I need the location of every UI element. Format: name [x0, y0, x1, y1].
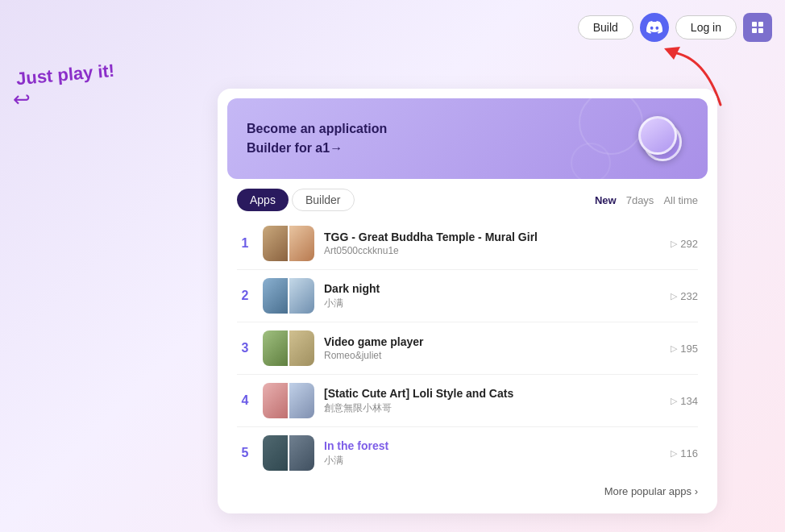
app-plays: ▷ 292: [671, 238, 698, 250]
build-button[interactable]: Build: [578, 15, 633, 39]
svg-rect-3: [758, 28, 763, 33]
play-count: 232: [680, 290, 698, 302]
play-count: 134: [680, 395, 698, 407]
more-popular-label: More popular apps ›: [604, 485, 698, 497]
app-name: Video game player: [324, 335, 661, 348]
list-item[interactable]: 5 In the forest 小满 ▷ 116: [237, 427, 698, 479]
rank-number: 1: [237, 236, 253, 251]
thumb-img-right: [289, 278, 314, 314]
app-author: Art0500cckknu1e: [324, 245, 661, 256]
svg-rect-2: [752, 28, 757, 33]
app-author: Romeo&juliet: [324, 350, 661, 361]
app-plays: ▷ 116: [671, 447, 698, 459]
rank-number: 4: [237, 393, 253, 408]
thumb-img-right: [289, 383, 314, 418]
tabs-left: Apps Builder: [237, 189, 355, 211]
banner-coin-icon: [632, 114, 688, 163]
app-info: In the forest 小满: [324, 439, 661, 468]
tab-builder[interactable]: Builder: [292, 189, 355, 211]
app-info: Dark night 小满: [324, 282, 661, 310]
thumb-img-left: [263, 330, 288, 366]
app-plays: ▷ 134: [671, 395, 698, 407]
banner-line2: Builder for a1→: [247, 139, 387, 158]
more-popular-link[interactable]: More popular apps ›: [218, 479, 717, 501]
banner-line1: Become an application: [247, 119, 387, 139]
thumb-img-left: [263, 435, 288, 471]
svg-rect-1: [758, 22, 763, 27]
thumb-img-right: [289, 330, 314, 366]
sort-alltime[interactable]: All time: [663, 194, 698, 206]
left-annotation-arrow: ↩: [13, 87, 31, 112]
play-icon: ▷: [671, 396, 677, 406]
app-name: [Static Cute Art] Loli Style and Cats: [324, 387, 661, 400]
list-item[interactable]: 2 Dark night 小满 ▷ 232: [237, 270, 698, 322]
banner-deco-circle2: [571, 143, 611, 179]
thumb-img-right: [289, 435, 314, 471]
svg-marker-4: [664, 47, 680, 60]
play-count: 195: [680, 343, 698, 355]
rank-number: 5: [237, 446, 253, 460]
thumb-img-left: [263, 278, 288, 314]
app-plays: ▷ 232: [671, 290, 698, 302]
thumb-img-left: [263, 226, 288, 261]
app-thumbnail: [263, 330, 314, 366]
app-plays: ▷ 195: [671, 343, 698, 355]
list-item[interactable]: 4 [Static Cute Art] Loli Style and Cats …: [237, 375, 698, 427]
app-author: 小满: [324, 297, 661, 310]
list-item[interactable]: 3 Video game player Romeo&juliet ▷ 195: [237, 322, 698, 375]
app-thumbnail: [263, 278, 314, 314]
banner[interactable]: Become an application Builder for a1→: [227, 98, 708, 179]
app-info: TGG - Great Buddha Temple - Mural Girl A…: [324, 231, 661, 256]
tabs-row: Apps Builder New 7days All time: [218, 179, 717, 218]
app-list: 1 TGG - Great Buddha Temple - Mural Girl…: [218, 218, 717, 479]
app-info: [Static Cute Art] Loli Style and Cats 創意…: [324, 387, 661, 415]
rank-number: 2: [237, 289, 253, 303]
app-name: In the forest: [324, 439, 661, 452]
list-item[interactable]: 1 TGG - Great Buddha Temple - Mural Girl…: [237, 218, 698, 270]
app-thumbnail: [263, 383, 314, 418]
thumb-img-right: [289, 226, 314, 261]
sort-7days[interactable]: 7days: [626, 194, 654, 206]
play-count: 292: [680, 238, 698, 250]
sort-new[interactable]: New: [595, 194, 617, 206]
main-card: Become an application Builder for a1→ Ap…: [218, 89, 717, 513]
login-button[interactable]: Log in: [675, 15, 737, 39]
app-info: Video game player Romeo&juliet: [324, 335, 661, 361]
app-name: Dark night: [324, 282, 661, 295]
play-count: 116: [680, 447, 698, 459]
play-icon: ▷: [671, 448, 677, 459]
top-nav: Build Log in: [578, 13, 772, 42]
app-name: TGG - Great Buddha Temple - Mural Girl: [324, 231, 661, 243]
play-icon: ▷: [671, 239, 677, 249]
app-thumbnail: [263, 226, 314, 261]
app-thumbnail: [263, 435, 314, 471]
sort-buttons: New 7days All time: [595, 194, 698, 206]
play-icon: ▷: [671, 343, 677, 354]
discord-button[interactable]: [640, 13, 669, 42]
annotation-text: Just play it!: [15, 60, 115, 90]
app-author: 小满: [324, 454, 661, 468]
thumb-img-left: [263, 383, 288, 418]
svg-rect-0: [752, 22, 757, 27]
rank-number: 3: [237, 341, 253, 355]
tab-apps[interactable]: Apps: [237, 189, 289, 211]
app-author: 創意無限小林哥: [324, 401, 661, 415]
left-annotation-text: Just play it!: [15, 60, 115, 90]
user-avatar-button[interactable]: [743, 13, 772, 42]
banner-text: Become an application Builder for a1→: [247, 119, 387, 158]
play-icon: ▷: [671, 291, 677, 301]
